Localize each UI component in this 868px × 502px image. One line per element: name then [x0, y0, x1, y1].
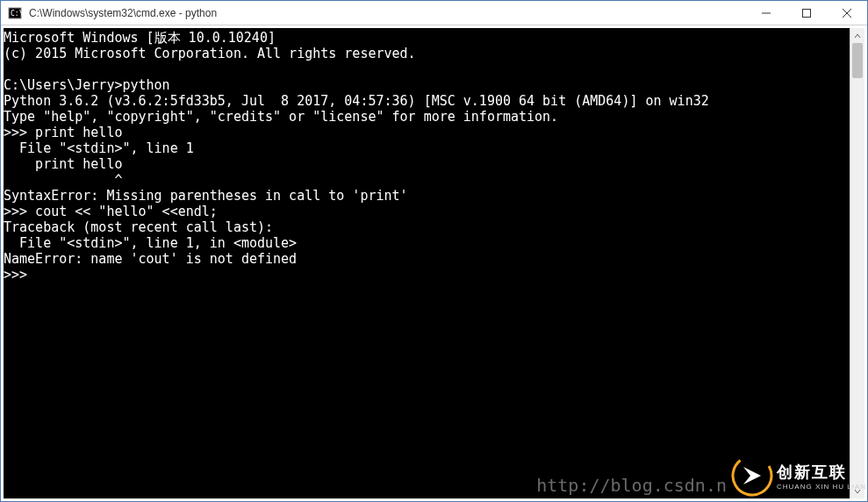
watermark-logo: 创新互联 CHUANG XIN HU LIAN — [731, 450, 867, 501]
watermark-url: http://blog.csdn.n — [536, 475, 727, 496]
scroll-thumb[interactable] — [852, 43, 863, 78]
scroll-track[interactable] — [850, 43, 864, 484]
logo-icon — [731, 455, 773, 497]
title-bar: C:\ C:\Windows\system32\cmd.exe - python — [1, 1, 867, 25]
scroll-up-button[interactable] — [850, 28, 864, 43]
minimize-button[interactable] — [746, 1, 786, 25]
logo-brand-cn: 创新互联 — [777, 462, 866, 483]
maximize-icon — [802, 9, 811, 18]
close-icon — [843, 9, 851, 18]
svg-text:C:\: C:\ — [11, 10, 22, 18]
svg-rect-3 — [803, 9, 811, 17]
logo-text: 创新互联 CHUANG XIN HU LIAN — [777, 462, 866, 491]
vertical-scrollbar[interactable] — [850, 28, 864, 498]
terminal-output[interactable]: Microsoft Windows [版本 10.0.10240] (c) 20… — [4, 28, 864, 498]
window-title: C:\Windows\system32\cmd.exe - python — [29, 7, 746, 19]
minimize-icon — [762, 9, 771, 18]
cmd-icon: C:\ — [6, 4, 24, 22]
chevron-up-icon — [854, 32, 861, 39]
close-button[interactable] — [827, 1, 867, 25]
maximize-button[interactable] — [786, 1, 827, 25]
logo-brand-en: CHUANG XIN HU LIAN — [777, 483, 866, 491]
window-controls — [746, 1, 867, 25]
client-area: Microsoft Windows [版本 10.0.10240] (c) 20… — [1, 25, 867, 501]
